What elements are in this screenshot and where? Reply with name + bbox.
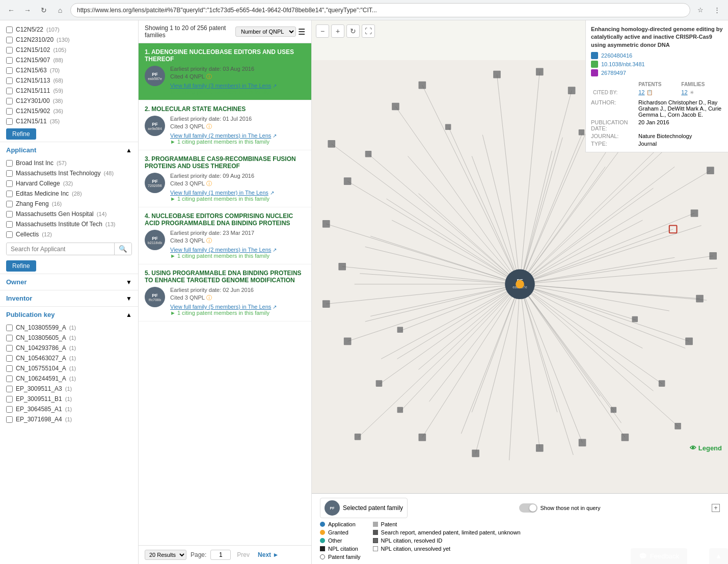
address-bar[interactable] — [70, 3, 690, 17]
classification-item[interactable]: C12N15/907 (88) — [0, 55, 138, 65]
zoom-out-button[interactable]: + — [331, 24, 344, 38]
publication-key-section-header[interactable]: Publication key ▲ — [0, 306, 138, 323]
next-page-button[interactable]: Next ► — [256, 550, 281, 559]
classification-item[interactable]: C12N15/102 (105) — [0, 45, 138, 55]
pk-checkbox[interactable] — [6, 375, 13, 382]
applicant-checkbox[interactable] — [6, 211, 13, 218]
classification-checkbox[interactable] — [6, 37, 13, 43]
applicant-checkbox[interactable] — [6, 221, 13, 228]
publication-key-item[interactable]: EP_3071698_A4 (1) — [0, 414, 138, 424]
owner-section-header[interactable]: Owner ▼ — [0, 274, 138, 290]
pk-checkbox[interactable] — [6, 365, 13, 372]
applicant-checkbox[interactable] — [6, 160, 13, 167]
classification-checkbox[interactable] — [6, 98, 13, 104]
zoom-in-button[interactable]: − — [316, 24, 329, 38]
result-citing[interactable]: ► 1 citing patent members in this family — [170, 253, 305, 259]
toggle-switch[interactable] — [519, 503, 537, 513]
qnpl-info-icon[interactable]: ⓘ — [206, 237, 212, 244]
classification-checkbox[interactable] — [6, 67, 13, 74]
applicant-checkbox[interactable] — [6, 180, 13, 187]
applicant-checkbox[interactable] — [6, 170, 13, 177]
inventor-section-header[interactable]: Inventor ▼ — [0, 290, 138, 306]
page-input[interactable] — [210, 550, 231, 560]
pf-circle[interactable]: PF ffc708b — [145, 287, 165, 307]
result-view-link[interactable]: View full family (1 member) in The Lens — [170, 190, 268, 196]
star-icon[interactable]: ✳ — [690, 90, 694, 95]
result-item[interactable]: 5. Using programmable DNA binding protei… — [139, 264, 311, 321]
pk-checkbox[interactable] — [6, 416, 13, 423]
npl-id-text-1[interactable]: 2260480416 — [601, 52, 632, 59]
forward-button[interactable]: → — [20, 3, 35, 17]
applicant-item[interactable]: Editas Medicine Inc (28) — [0, 189, 138, 199]
legend-trigger[interactable]: 👁 Legend — [690, 444, 722, 452]
result-citing[interactable]: ► 1 citing patent members in this family — [170, 310, 305, 316]
list-view-button[interactable]: ☰ — [298, 27, 305, 37]
publication-key-item[interactable]: CN_103805599_A (1) — [0, 323, 138, 333]
prev-page-button[interactable]: Prev — [235, 550, 252, 559]
refresh-button[interactable]: ↻ — [37, 3, 51, 17]
publication-key-item[interactable]: CN_104293786_A (1) — [0, 343, 138, 353]
sort-select[interactable]: Number of QNPL — [235, 26, 296, 37]
result-title[interactable]: 3. PROGRAMMABLE CAS9-RECOMBINASE FUSION … — [145, 155, 305, 170]
result-item[interactable]: 1. Adenosine nucleobase editors and uses… — [139, 43, 311, 100]
menu-icon[interactable]: ⋮ — [710, 3, 724, 17]
publication-key-item[interactable]: EP_3064585_A1 (1) — [0, 404, 138, 414]
classification-item[interactable]: C12N15/11 (35) — [0, 116, 138, 126]
pk-checkbox[interactable] — [6, 345, 13, 352]
result-title[interactable]: 5. Using programmable DNA binding protei… — [145, 270, 305, 284]
reset-view-button[interactable]: ↻ — [346, 24, 360, 38]
classification-item[interactable]: C12N15/63 (70) — [0, 65, 138, 75]
pf-circle[interactable]: PF 7202056 — [145, 173, 165, 193]
classification-checkbox[interactable] — [6, 26, 13, 33]
pk-checkbox[interactable] — [6, 396, 13, 402]
classification-checkbox[interactable] — [6, 77, 13, 84]
search-applicant-button[interactable]: 🔍 — [114, 243, 131, 255]
publication-key-item[interactable]: CN_105755104_A (1) — [0, 363, 138, 373]
publication-key-item[interactable]: CN_103805605_A (1) — [0, 333, 138, 343]
classification-item[interactable]: C12N15/902 (36) — [0, 106, 138, 116]
applicant-section-header[interactable]: Applicant ▲ — [0, 142, 138, 158]
result-citing[interactable]: ► 1 citing patent members in this family — [170, 196, 305, 202]
classification-checkbox[interactable] — [6, 108, 13, 115]
publication-key-item[interactable]: CN_105463027_A (1) — [0, 353, 138, 363]
search-applicant-input[interactable] — [7, 244, 114, 255]
page-size-select[interactable]: 20 Results — [145, 550, 186, 560]
applicant-item[interactable]: Massachusetts Inst Technology (48) — [0, 168, 138, 178]
pf-circle[interactable]: PF eab587e — [145, 66, 165, 86]
pf-circle[interactable]: PF ae9a584 — [145, 116, 165, 136]
pf-circle[interactable]: PF b2116db — [145, 230, 165, 250]
classification-item[interactable]: C12N2310/20 (130) — [0, 35, 138, 45]
copy-icon[interactable]: 📋 — [646, 90, 653, 95]
qnpl-info-icon[interactable]: ⓘ — [206, 73, 212, 79]
result-view-link[interactable]: View full family (5 members) in The Lens — [170, 304, 271, 310]
applicant-item[interactable]: Zhang Feng (16) — [0, 199, 138, 209]
publication-key-item[interactable]: EP_3009511_B1 (1) — [0, 394, 138, 404]
qnpl-info-icon[interactable]: ⓘ — [206, 180, 212, 186]
pk-checkbox[interactable] — [6, 325, 13, 331]
fullscreen-button[interactable]: ⛶ — [362, 24, 375, 38]
cited-families-count[interactable]: 12 — [681, 89, 687, 95]
result-title[interactable]: 2. MOLECULAR STATE MACHINES — [145, 105, 305, 113]
pk-checkbox[interactable] — [6, 406, 13, 413]
classification-item[interactable]: C12N15/113 (68) — [0, 75, 138, 86]
classification-checkbox[interactable] — [6, 88, 13, 94]
result-item[interactable]: 2. MOLECULAR STATE MACHINES PF ae9a584 E… — [139, 100, 311, 150]
cited-patents-count[interactable]: 12 — [638, 89, 644, 95]
pk-checkbox[interactable] — [6, 335, 13, 341]
result-title[interactable]: 1. Adenosine nucleobase editors and uses… — [145, 48, 305, 63]
qnpl-info-icon[interactable]: ⓘ — [206, 294, 212, 301]
bookmark-icon[interactable]: ☆ — [693, 3, 708, 17]
publication-key-item[interactable]: EP_3009511_A3 (1) — [0, 384, 138, 394]
applicant-refine-button[interactable]: Refine — [6, 260, 36, 272]
result-view-link[interactable]: View full family (3 members) in The Lens — [170, 83, 271, 89]
applicant-item[interactable]: Cellectis (12) — [0, 229, 138, 239]
result-citing[interactable]: ► 1 citing patent members in this family — [170, 139, 305, 145]
applicant-checkbox[interactable] — [6, 231, 13, 238]
classification-item[interactable]: C12N5/22 (107) — [0, 24, 138, 35]
home-button[interactable]: ⌂ — [53, 3, 67, 17]
result-citing[interactable]: ► 2 citing patent members in this family — [170, 89, 305, 95]
applicant-item[interactable]: Broad Inst Inc (57) — [0, 158, 138, 168]
applicant-item[interactable]: Massachusetts Institute Of Tech (13) — [0, 219, 138, 229]
result-view-link[interactable]: View full family (2 members) in The Lens — [170, 247, 271, 253]
applicant-checkbox[interactable] — [6, 191, 13, 197]
